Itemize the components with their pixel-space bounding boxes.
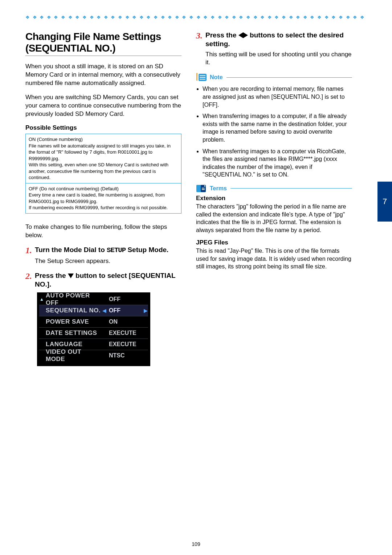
note-item: When transferring images to a computer, … [203,112,352,143]
svg-rect-4 [200,77,205,78]
left-column: Changing File Name Settings (SEQUENTIAL … [25,31,181,366]
step-2: 2. Press the button to select [SEQUENTIA… [25,271,181,289]
setting-off-cell: OFF (Do not continue numbering) (Default… [26,183,181,213]
lcd-label: VIDEO OUT MODE [44,348,102,363]
lcd-row: VIDEO OUT MODE NTSC [39,350,148,361]
lcd-label: POWER SAVE [44,318,102,325]
lcd-row: ▲ AUTO POWER OFF OFF [39,294,148,305]
lead-in-paragraph: To make changes to file numbering, follo… [25,223,181,240]
step-number-1: 1. [25,246,32,255]
step-number-3: 3. [196,31,203,40]
decorative-diamond-row: ❖ ❖ ❖ ❖ ❖ ❖ ❖ ❖ ❖ ❖ ❖ ❖ ❖ ❖ ❖ ❖ ❖ ❖ ❖ ❖ … [25,15,367,20]
intro-paragraph-2: When you are switching SD Memory Cards, … [25,93,181,118]
lcd-value: ON [107,319,143,325]
two-column-layout: Changing File Name Settings (SEQUENTIAL … [25,31,367,366]
step-3-body: This setting will be used for shooting u… [205,50,352,67]
note-icon [196,73,208,82]
terms-callout: Terms Extension The characters "jpg" fol… [196,184,352,271]
step-number-2: 2. [25,271,32,281]
step-1-text: Turn the Mode Dial to SETUP Setup Mode. [35,246,168,255]
lcd-left-arrow-icon: ◀ [102,308,107,313]
setup-mode-icon: SETUP [107,246,126,254]
possible-settings-table: ON (Continue numbering) File names will … [25,134,181,214]
lcd-scroll-up-icon: ▲ [39,297,44,302]
svg-rect-5 [200,79,205,80]
terms-label: Terms [210,185,227,192]
svg-rect-9 [202,188,205,189]
step-1-text-b: Setup Mode. [126,246,168,254]
note-item: When transferring images to a computer v… [203,147,352,179]
lcd-value: OFF [107,296,143,303]
svg-rect-0 [196,74,197,81]
svg-rect-3 [200,75,205,76]
chapter-tab: 7 [377,182,392,222]
title-underline [25,56,181,56]
svg-rect-10 [202,189,205,190]
possible-settings-heading: Possible Settings [25,124,181,131]
term-body: The characters "jpg" following the perio… [196,203,352,234]
down-arrow-icon [68,274,74,278]
camera-lcd-screenshot: ▲ AUTO POWER OFF OFF SEQUENTIAL NO. ◀ OF… [37,292,150,366]
lcd-label: DATE SETTINGS [44,329,102,337]
step-3-text: Press the buttons to select the desired … [205,31,352,48]
svg-rect-6 [196,185,201,192]
terms-icon [196,184,208,193]
manual-page: ❖ ❖ ❖ ❖ ❖ ❖ ❖ ❖ ❖ ❖ ❖ ❖ ❖ ❖ ❖ ❖ ❖ ❖ ❖ ❖ … [0,0,392,555]
chapter-number: 7 [383,197,387,206]
lcd-value: EXECUTE [107,341,143,348]
left-arrow-icon [238,32,243,38]
term-body: This is read "Jay-Peg" file. This is one… [196,247,352,271]
step-1: 1. Turn the Mode Dial to SETUP Setup Mod… [25,246,181,255]
note-heading: Note [196,73,352,82]
lcd-label: SEQUENTIAL NO. [44,307,102,314]
page-number: 109 [0,541,392,547]
note-callout: Note When you are recording to internal … [196,73,352,179]
right-arrow-icon [243,32,248,38]
setting-on-cell: ON (Continue numbering) File names will … [26,134,181,183]
lcd-label: LANGUAGE [44,341,102,348]
step-3-text-a: Press the [205,31,238,39]
step-2-text: Press the button to select [SEQUENTIAL N… [35,271,181,289]
svg-point-8 [204,185,205,187]
intro-paragraph-1: When you shoot a still image, it is stor… [25,62,181,88]
term-heading: JPEG Files [196,239,352,246]
right-column: 3. Press the buttons to select the desir… [196,31,352,366]
terms-rule [230,188,352,189]
step-2-text-a: Press the [35,272,68,279]
svg-point-1 [196,73,198,74]
lcd-right-arrow-icon: ▶ [143,308,148,313]
step-3: 3. Press the buttons to select the desir… [196,31,352,48]
lcd-label: AUTO POWER OFF [44,292,102,307]
step-1-text-a: Turn the Mode Dial to [35,246,107,254]
note-item: When you are recording to internal memor… [203,85,352,109]
lcd-value: EXECUTE [107,330,143,336]
lcd-value: NTSC [107,352,143,359]
term-heading: Extension [196,195,352,202]
note-rule [226,77,352,78]
lcd-row: POWER SAVE ON [39,316,148,327]
section-title: Changing File Name Settings (SEQUENTIAL … [25,31,181,54]
lcd-row: DATE SETTINGS EXECUTE [39,327,148,339]
terms-heading: Terms [196,184,352,193]
lcd-value: OFF [107,307,143,314]
note-bullets: When you are recording to internal memor… [203,85,352,179]
step-1-body: The Setup Screen appears. [35,257,181,266]
note-label: Note [210,74,223,81]
